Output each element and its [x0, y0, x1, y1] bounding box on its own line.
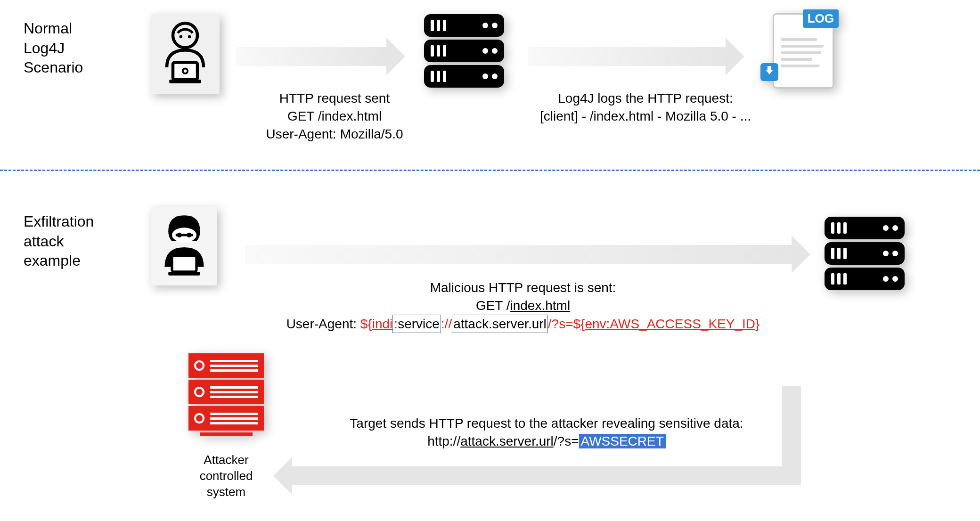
attacker-server-icon: [188, 353, 264, 436]
svg-rect-5: [169, 80, 201, 83]
svg-rect-3: [173, 63, 197, 80]
download-badge-icon: [760, 63, 778, 81]
exfiltration-response-caption: Target sends HTTP request to the attacke…: [330, 415, 763, 450]
svg-point-2: [188, 35, 191, 39]
exfiltration-title: Exfiltration attack example: [24, 212, 94, 271]
svg-point-0: [173, 23, 197, 48]
arrow-user-to-server: [236, 38, 405, 75]
arrow-server-to-log: [528, 38, 744, 75]
attacker-system-label: Attacker controlled system: [188, 452, 264, 500]
svg-point-1: [180, 35, 183, 39]
svg-rect-11: [168, 272, 200, 276]
hacker-icon: [151, 207, 217, 285]
server-icon: [424, 14, 504, 90]
malicious-request-caption: Malicious HTTP request is sent: GET /ind…: [264, 279, 782, 333]
section-divider: [0, 170, 980, 171]
target-server-icon: [825, 217, 905, 293]
user-icon: [151, 14, 220, 94]
svg-rect-9: [176, 234, 193, 236]
arrow-hacker-to-server: [245, 236, 810, 273]
log-badge: LOG: [803, 9, 839, 28]
svg-rect-10: [172, 256, 196, 272]
log-file-icon: LOG: [763, 9, 834, 90]
http-request-caption: HTTP request sent GET /index.html User-A…: [250, 90, 419, 143]
normal-scenario-title: Normal Log4J Scenario: [24, 19, 83, 78]
log4j-caption: Log4J logs the HTTP request: [client] - …: [528, 90, 763, 125]
